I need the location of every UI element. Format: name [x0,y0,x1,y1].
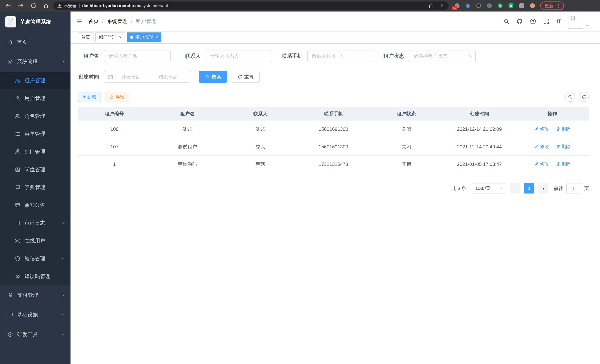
prev-page-button[interactable]: ‹ [510,183,520,194]
extension-icon[interactable] [486,2,493,9]
table-header-row: 租户编号 租户名 联系人 联系手机 租户状态 创建时间 操作 [78,107,589,121]
extension-icon[interactable]: 10 [454,2,460,9]
security-indicator[interactable]: 不安全 [57,3,77,9]
sidebar-item-home[interactable]: 首页 [0,32,71,52]
tab-tenant[interactable]: 租户管理 × [127,32,161,42]
refresh-table-button[interactable] [579,92,589,102]
extension-glyph [508,3,513,8]
sidebar-item-error-code[interactable]: 错误码管理 [0,268,71,285]
sidebar-item-system[interactable]: 系统管理 [0,52,71,72]
avatar-glyph [530,3,535,8]
field-label: 租户状态 [383,53,404,60]
browser-home-icon[interactable] [42,1,50,10]
sidebar: 芋道管理系统 首页 系统管理 租户管理 用户管理 [0,11,71,364]
delete-button[interactable]: 删除 [556,126,571,132]
page-number-button[interactable]: 1 [524,183,534,194]
forward-icon[interactable] [16,1,25,10]
help-icon[interactable] [530,18,536,25]
sidebar-item-tenant[interactable]: 租户管理 [0,72,71,89]
font-size-icon[interactable]: tT [557,18,561,24]
close-icon[interactable]: × [119,35,122,39]
search-icon[interactable] [503,18,509,25]
extension-icon[interactable] [475,2,482,9]
sidebar-item-devtools[interactable]: 研发工具 [0,325,71,344]
trash-icon [556,127,561,131]
system-submenu: 租户管理 用户管理 角色管理 菜单管理 部门管理 [0,72,71,285]
sidebar-item-dict[interactable]: 字典管理 [0,178,71,196]
edit-button[interactable]: 修改 [534,144,549,149]
cube-icon [7,332,13,337]
badge-icon [15,167,20,172]
end-date-placeholder: 结束日期 [150,74,186,80]
url-bar[interactable]: 不安全 dashboard.yudao.iocoder.cn/system/te… [53,1,449,10]
add-button[interactable]: + 新增 [78,92,101,102]
tab-home[interactable]: 首页 [78,32,94,42]
extension-icon[interactable] [508,2,514,9]
sidebar-item-audit-log[interactable]: 审计日志 [0,214,71,232]
goto-page: 前往 页 [554,183,589,194]
field-label: 租户名 [78,53,99,60]
back-icon[interactable] [4,1,13,10]
close-icon[interactable]: × [155,35,158,39]
browser-menu-icon[interactable]: ⋮ [556,3,561,8]
logo-image [5,16,16,28]
sidebar-item-user[interactable]: 用户管理 [0,89,71,107]
active-dot [130,36,133,39]
reset-button[interactable]: 重置 [232,71,260,83]
page-size-select[interactable]: 10条/页 [472,183,506,194]
breadcrumb-home[interactable]: 首页 [88,18,99,25]
field-label: 创建时间 [78,73,99,80]
status-select[interactable]: 请选择租户状态 [409,50,476,62]
user-avatar-menu[interactable] [568,14,589,29]
search-icon [568,94,572,99]
sidebar-item-notice[interactable]: 通知公告 [0,196,71,214]
tab-dept[interactable]: 部门管理 × [95,32,125,42]
sidebar-item-infrastructure[interactable]: 基础设施 [0,305,71,325]
chevron-down-icon [61,257,65,261]
contact-input[interactable] [206,50,272,62]
tenant-name-input[interactable] [104,50,171,62]
message-icon [15,202,20,208]
refresh-icon [237,75,242,79]
sidebar-item-online-user[interactable]: 在线用户 [0,232,71,250]
date-range-picker[interactable]: 开始日期 - 结束日期 [104,71,190,83]
extension-icon[interactable] [518,2,525,9]
chevron-down-icon [61,293,65,297]
delete-button[interactable]: 删除 [556,144,571,149]
goto-page-input[interactable] [566,183,581,194]
sidebar-item-dept[interactable]: 部门管理 [0,143,71,161]
chevron-down-icon [468,54,472,58]
delete-button[interactable]: 删除 [556,161,571,167]
bookmark-star-icon[interactable]: ☆ [438,3,445,8]
extensions-area: 10 [454,2,536,9]
trash-icon [556,162,561,166]
toggle-search-button[interactable] [565,92,575,102]
sidebar-item-menu[interactable]: 菜单管理 [0,125,71,143]
sidebar-item-role[interactable]: 角色管理 [0,107,71,125]
search-button[interactable]: 搜索 [199,71,227,83]
sidebar-toggle-icon[interactable] [76,18,82,25]
edit-button[interactable]: 修改 [534,126,549,132]
main-area: 首页 / 系统管理 / 租户管理 tT [71,11,600,364]
fullscreen-icon[interactable] [543,18,550,25]
github-icon[interactable] [516,18,523,25]
breadcrumb-system[interactable]: 系统管理 [107,18,128,25]
export-button[interactable]: 导出 [105,92,129,102]
reload-icon[interactable] [29,1,38,10]
sidebar-item-post[interactable]: 岗位管理 [0,161,71,178]
row-actions: 修改 删除 [516,121,589,138]
share-icon[interactable] [427,3,435,9]
edit-button[interactable]: 修改 [534,161,549,167]
gear-icon [7,59,13,65]
table-toolbar: + 新增 导出 [78,92,589,102]
extension-icon[interactable] [497,2,504,9]
app-logo[interactable]: 芋道管理系统 [0,11,71,32]
avatar[interactable] [568,14,583,29]
extension-icon[interactable] [465,2,471,9]
sidebar-item-payment[interactable]: ¥ 支付管理 [0,285,71,305]
phone-input[interactable] [307,50,374,62]
profile-avatar[interactable] [529,2,536,9]
next-page-button[interactable]: › [538,183,548,194]
sidebar-item-sms[interactable]: 短信管理 [0,250,71,268]
browser-update-button[interactable]: 更新 ⋮ [540,1,564,10]
